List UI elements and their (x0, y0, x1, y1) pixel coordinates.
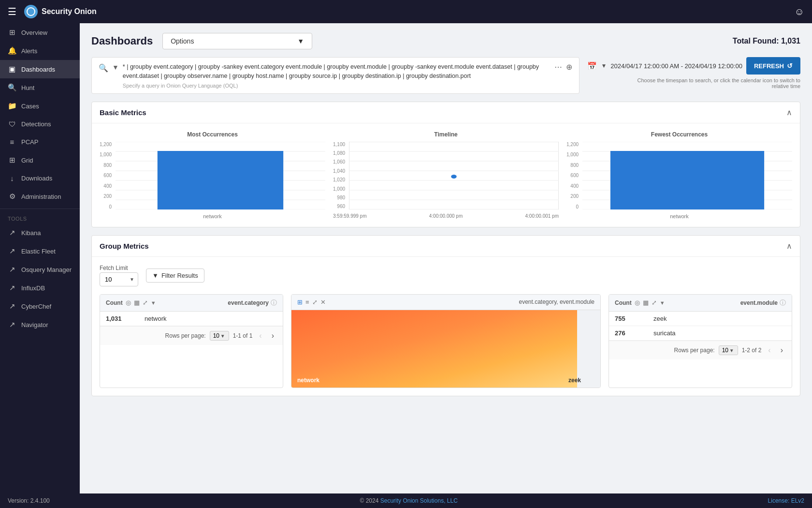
count-col2-label: Count (615, 299, 632, 306)
basic-metrics-collapse-icon[interactable]: ∧ (786, 108, 792, 117)
expand-icon[interactable]: ⤢ (143, 299, 148, 306)
event-category-info-icon[interactable]: ⓘ (271, 299, 277, 307)
filter-label: Filter Results (161, 272, 198, 279)
pie-chart2-icon[interactable]: ◎ (635, 299, 640, 306)
event-module-table-header: Count ◎ ▦ ⤢ ▼ event.module ⓘ (609, 295, 792, 312)
company-link[interactable]: Security Onion Solutions, LLC (380, 497, 458, 504)
sidebar-label-grid: Grid (21, 157, 33, 164)
date-range: 2024/04/17 12:00:00 AM - 2024/04/19 12:0… (610, 62, 742, 70)
group-metrics-collapse-icon[interactable]: ∧ (786, 241, 792, 251)
sidebar-item-detections[interactable]: 🛡 Detections (0, 115, 80, 133)
prev-page2-button[interactable]: ‹ (765, 345, 773, 356)
table-row-suricata: 276 suricata (609, 326, 792, 341)
svg-rect-28 (291, 310, 577, 388)
rows-per-page-select[interactable]: 10 25 (210, 331, 229, 341)
sidebar-item-alerts[interactable]: 🔔 Alerts (0, 42, 80, 60)
pie-chart-icon[interactable]: ◎ (126, 299, 131, 306)
topbar-left: ☰ Security Onion (8, 5, 97, 18)
bar-chart-icon[interactable]: ▦ (134, 299, 140, 306)
query-text[interactable]: * | groupby event.category | groupby -sa… (123, 62, 551, 81)
timeline-svg (349, 142, 559, 209)
refresh-icon: ↺ (787, 62, 793, 70)
filter-results-button[interactable]: ▼ Filter Results (146, 269, 204, 283)
detections-icon: 🛡 (8, 120, 16, 128)
search-icon[interactable]: 🔍 (99, 63, 108, 73)
group-metrics-body: Fetch Limit 10 25 50 100 ▼ Filter (92, 257, 800, 396)
next-page2-button[interactable]: › (778, 345, 786, 356)
heatmap-title: event.category, event.module (519, 299, 594, 305)
rows-per-page2-select[interactable]: 10 25 (719, 345, 738, 355)
sidebar-item-overview[interactable]: ⊞ Overview (0, 23, 80, 42)
sidebar-item-osquery-manager[interactable]: ↗ Osquery Manager (0, 260, 80, 279)
settings-icon[interactable]: ⊕ (566, 62, 572, 72)
query-hint: Specify a query in Onion Query Language … (123, 83, 551, 89)
sidebar-label-navigator: Navigator (21, 321, 48, 329)
grid-view-icon[interactable]: ⊞ (297, 299, 303, 306)
rows-select2-wrapper: 10 25 (719, 345, 738, 355)
administration-icon: ⚙ (8, 192, 16, 201)
sidebar-item-cyberchef[interactable]: ↗ CyberChef (0, 297, 80, 315)
page-header: Dashboards Options ▼ Total Found: 1,031 (91, 33, 800, 49)
topbar: ☰ Security Onion ☺ (0, 0, 812, 23)
date-expand-icon[interactable]: ▼ (601, 62, 607, 69)
sidebar-label-osquery-manager: Osquery Manager (21, 266, 72, 273)
fewest-occ-y-labels: 1,2001,0008006004002000 (566, 142, 580, 209)
expand-heatmap-icon[interactable]: ⤢ (312, 299, 318, 306)
group-metrics-section: Group Metrics ∧ Fetch Limit 10 25 50 100 (91, 235, 800, 396)
charts-row: Most Occurrences 1,2001,0008006004002000 (100, 131, 792, 219)
options-dropdown[interactable]: Options ▼ (162, 33, 312, 49)
sidebar-item-dashboards[interactable]: ▣ Dashboards (0, 60, 80, 78)
sidebar-item-navigator[interactable]: ↗ Navigator (0, 315, 80, 334)
heatmap-view-icons: ⊞ ≡ ⤢ ✕ (297, 299, 326, 306)
timeline-title: Timeline (333, 131, 559, 138)
rows-select-wrapper: 10 25 (210, 331, 229, 341)
sidebar-item-elastic-fleet[interactable]: ↗ Elastic Fleet (0, 242, 80, 260)
sidebar-item-pcap[interactable]: ≡ PCAP (0, 133, 80, 151)
table-row: 1,031 network (100, 312, 283, 326)
sidebar-item-hunt[interactable]: 🔍 Hunt (0, 78, 80, 97)
sidebar-item-grid[interactable]: ⊞ Grid (0, 151, 80, 169)
event-category-table: Count ◎ ▦ ⤢ ▼ event.category ⓘ (100, 294, 283, 388)
fetch-limit-wrapper: 10 25 50 100 (100, 272, 138, 286)
sidebar-item-kibana[interactable]: ↗ Kibana (0, 224, 80, 242)
page-title: Dashboards (91, 35, 153, 47)
refresh-button[interactable]: REFRESH ↺ (746, 57, 800, 75)
heatmap-y-label: zeek (568, 377, 581, 384)
hamburger-icon[interactable]: ☰ (8, 6, 16, 17)
sidebar-label-hunt: Hunt (21, 84, 34, 91)
svg-point-18 (451, 175, 457, 179)
event-module-info-icon[interactable]: ⓘ (780, 299, 786, 307)
sidebar-item-cases[interactable]: 📁 Cases (0, 97, 80, 115)
event-module-col-label: event.module (740, 299, 778, 306)
dropdown-arrow-icon[interactable]: ▼ (151, 300, 156, 306)
more-options-icon[interactable]: ⋯ (554, 62, 562, 72)
fetch-limit-select[interactable]: 10 25 50 100 (100, 272, 138, 286)
row-value-zeek: zeek (653, 315, 786, 322)
prev-page-button[interactable]: ‹ (256, 330, 264, 341)
tools-section-label: Tools (0, 212, 80, 224)
basic-metrics-header: Basic Metrics ∧ (92, 102, 800, 123)
user-icon[interactable]: ☺ (795, 6, 804, 17)
most-occurrences-chart: Most Occurrences 1,2001,0008006004002000 (100, 131, 325, 219)
navigator-icon: ↗ (8, 320, 16, 329)
heatmap-body: network zeek (291, 310, 600, 388)
calendar-icon[interactable]: 📅 (587, 61, 597, 71)
sidebar-item-administration[interactable]: ⚙ Administration (0, 187, 80, 206)
dropdown2-arrow-icon[interactable]: ▼ (660, 300, 665, 306)
footer: Version: 2.4.100 © 2024 Security Onion S… (0, 493, 812, 508)
most-occ-x-label: network (100, 213, 325, 219)
bar-chart2-icon[interactable]: ▦ (643, 299, 649, 306)
expand2-icon[interactable]: ⤢ (652, 299, 657, 306)
close-heatmap-icon[interactable]: ✕ (320, 299, 326, 306)
fewest-occurrences-chart: Fewest Occurrences 1,2001,00080060040020… (566, 131, 792, 219)
sidebar-item-downloads[interactable]: ↓ Downloads (0, 169, 80, 187)
event-category-table-header: Count ◎ ▦ ⤢ ▼ event.category ⓘ (100, 295, 283, 312)
query-expand-icon[interactable]: ▼ (112, 63, 119, 71)
date-hint: Choose the timespan to search, or click … (626, 77, 800, 89)
sidebar-item-influxdb[interactable]: ↗ InfluxDB (0, 279, 80, 297)
svg-point-1 (29, 10, 32, 13)
next-page-button[interactable]: › (269, 330, 277, 341)
row-count-zeek: 755 (615, 315, 653, 322)
list-view-icon[interactable]: ≡ (305, 299, 309, 306)
options-label: Options (171, 37, 194, 45)
